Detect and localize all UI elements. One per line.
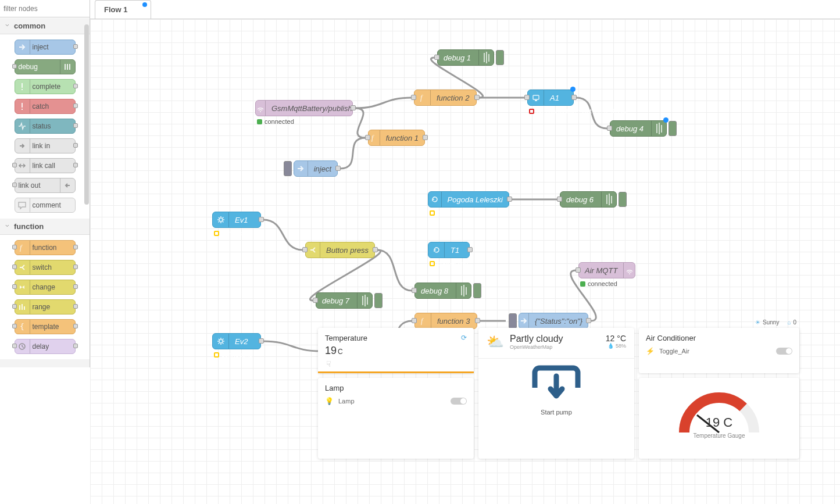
port-in[interactable]: [12, 344, 17, 348]
palette-node-inject[interactable]: inject: [15, 40, 76, 55]
palette-node-catch[interactable]: catch: [15, 99, 76, 114]
tab-flow-1[interactable]: Flow 1: [95, 0, 151, 19]
port-in[interactable]: [12, 284, 17, 289]
cloud-sun-icon: ⛅: [487, 334, 504, 350]
port-out[interactable]: [73, 143, 78, 148]
palette-node-debug[interactable]: debug: [15, 59, 76, 74]
port-in[interactable]: [557, 196, 562, 202]
sync-icon[interactable]: ⟳: [461, 334, 467, 342]
port-out[interactable]: [259, 338, 264, 344]
flow-node-dbg4[interactable]: debug 4: [610, 120, 667, 137]
port-out[interactable]: [335, 166, 341, 171]
palette-node-label: range: [33, 303, 51, 311]
port-in[interactable]: [12, 64, 17, 69]
palette-node-label: inject: [33, 43, 49, 51]
slider-track[interactable]: [318, 371, 474, 373]
flow-node-a1[interactable]: A1no connection : Oct 11, 9:48 AM: [527, 90, 574, 106]
port-out[interactable]: [73, 123, 78, 128]
palette-node-switch[interactable]: switch: [15, 260, 76, 275]
flow-node-dbg1[interactable]: debug 1: [437, 49, 494, 66]
pump-icon[interactable]: [530, 364, 582, 405]
port-in[interactable]: [12, 163, 17, 167]
palette-node-link-in[interactable]: link in: [15, 138, 76, 153]
port-in[interactable]: [12, 324, 17, 328]
port-out[interactable]: [423, 135, 428, 140]
flow-node-inj[interactable]: inject: [294, 160, 338, 177]
flow-node-t1[interactable]: T1connecting: [428, 242, 470, 258]
port-in[interactable]: [12, 264, 17, 269]
node-status: connecting: [430, 260, 468, 267]
port-out[interactable]: [73, 84, 78, 88]
palette-category-function[interactable]: function: [0, 218, 90, 235]
node-status: connecting: [214, 230, 252, 237]
port-in[interactable]: [607, 126, 612, 131]
palette-node-status[interactable]: status: [15, 119, 76, 134]
changed-dot-icon: [570, 87, 576, 92]
flow-node-air[interactable]: Air MQTTconnected: [578, 262, 635, 278]
palette-node-function[interactable]: function: [15, 240, 76, 255]
palette-scrollbar[interactable]: [84, 24, 89, 205]
palette-node-link-out[interactable]: link out: [15, 178, 76, 193]
port-out[interactable]: [351, 105, 356, 110]
flow-node-ev1[interactable]: Ev1connecting: [212, 212, 261, 228]
pump-button-label[interactable]: Start pump: [541, 409, 572, 416]
header-home[interactable]: ⌂ 0: [787, 316, 796, 328]
inject-button[interactable]: [284, 161, 292, 176]
flow-node-pog[interactable]: Pogoda Leleszkiconnecting: [428, 191, 509, 208]
port-in[interactable]: [313, 298, 318, 303]
port-in[interactable]: [411, 95, 416, 100]
flow-node-dbg6[interactable]: debug 6: [560, 191, 617, 208]
port-in[interactable]: [365, 135, 370, 140]
debug-toggle-button[interactable]: [669, 121, 677, 136]
header-weather[interactable]: ☀ Sunny: [755, 316, 779, 328]
port-in[interactable]: [412, 288, 417, 293]
port-in[interactable]: [12, 245, 17, 249]
port-out[interactable]: [373, 247, 378, 252]
port-in[interactable]: [302, 247, 308, 252]
debug-toggle-button[interactable]: [496, 50, 504, 65]
debug-toggle-button[interactable]: [473, 283, 481, 298]
palette-node-complete[interactable]: complete: [15, 79, 76, 94]
port-in[interactable]: [434, 55, 439, 60]
palette-node-change[interactable]: change: [15, 280, 76, 295]
flow-node-dbg7[interactable]: debug 7: [316, 292, 373, 309]
pulse-icon: [15, 119, 30, 133]
port-in[interactable]: [524, 95, 530, 100]
sun-icon: ☀: [755, 319, 760, 326]
palette-node-comment[interactable]: comment: [15, 198, 76, 213]
ac-toggle[interactable]: [776, 348, 792, 355]
port-in[interactable]: [576, 267, 581, 273]
port-out[interactable]: [73, 163, 78, 167]
port-out[interactable]: [73, 245, 78, 249]
flow-node-mqtt1[interactable]: GsmMqttBattery/publishconnected: [255, 100, 353, 116]
port-out[interactable]: [73, 324, 78, 328]
flow-node-dbg8[interactable]: debug 8: [414, 283, 471, 299]
flow-node-fn2[interactable]: function 2: [414, 90, 477, 106]
port-out[interactable]: [73, 304, 78, 309]
port-out[interactable]: [467, 247, 473, 252]
port-out[interactable]: [73, 264, 78, 269]
wifi-icon: [623, 263, 635, 278]
port-out[interactable]: [571, 95, 577, 100]
port-out[interactable]: [259, 217, 264, 222]
debug-toggle-button[interactable]: [374, 293, 383, 308]
port-out[interactable]: [73, 284, 78, 289]
filter-nodes-input[interactable]: [0, 0, 90, 17]
port-out[interactable]: [507, 196, 512, 202]
palette-node-template[interactable]: template: [15, 319, 76, 334]
palette-node-delay[interactable]: delay: [15, 339, 76, 354]
port-in[interactable]: [12, 183, 17, 187]
lamp-toggle[interactable]: [451, 398, 467, 405]
port-in[interactable]: [12, 304, 17, 309]
port-out[interactable]: [73, 344, 78, 348]
palette-node-range[interactable]: range: [15, 299, 76, 314]
port-out[interactable]: [73, 44, 78, 49]
port-out[interactable]: [73, 103, 78, 108]
debug-toggle-button[interactable]: [619, 192, 627, 207]
palette-node-link-call[interactable]: link call: [15, 158, 76, 173]
palette-category-common[interactable]: common: [0, 17, 90, 34]
flow-node-fn1[interactable]: function 1: [368, 130, 425, 146]
port-out[interactable]: [474, 95, 480, 100]
flow-node-btn[interactable]: Button press: [305, 242, 375, 258]
flow-node-ev2[interactable]: Ev2connecting: [212, 333, 261, 349]
